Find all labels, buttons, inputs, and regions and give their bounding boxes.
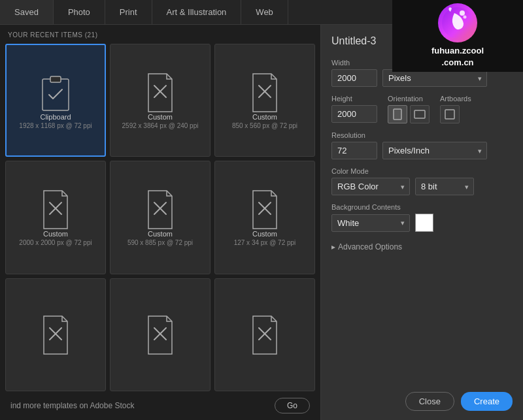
list-item[interactable]: Custom 127 x 34 px @ 72 ppi bbox=[214, 161, 315, 274]
stock-link-text: ind more templates on Adobe Stock bbox=[10, 401, 269, 410]
advanced-options-toggle[interactable]: ▸ Advanced Options bbox=[331, 242, 513, 251]
height-label: Height bbox=[331, 95, 377, 103]
bottom-bar: ind more templates on Adobe Stock Go bbox=[5, 391, 315, 420]
list-item[interactable]: Custom 850 x 560 px @ 72 ppi bbox=[214, 44, 315, 157]
tab-web[interactable]: Web bbox=[241, 0, 288, 24]
item-label: Clipboard bbox=[40, 113, 71, 121]
watermark: fuhuan.zcool.com.cn bbox=[392, 25, 523, 72]
right-panel: fuhuan.zcool.com.cn Untitled-3 📥 Width P… bbox=[320, 25, 523, 420]
color-mode-wrapper: RGB Color CMYK Color Grayscale bbox=[331, 178, 410, 195]
bg-contents-label: Background Contents bbox=[331, 203, 513, 211]
height-input[interactable] bbox=[331, 105, 377, 123]
color-mode-row: RGB Color CMYK Color Grayscale 8 bit 16 … bbox=[331, 178, 513, 195]
color-mode-group: Color Mode RGB Color CMYK Color Grayscal… bbox=[331, 167, 513, 195]
svg-rect-0 bbox=[42, 79, 69, 110]
bg-contents-group: Background Contents White Black Backgrou… bbox=[331, 203, 513, 232]
resolution-label: Resolution bbox=[331, 131, 513, 139]
artboards-group: Artboards bbox=[440, 95, 471, 123]
item-label: Custom bbox=[148, 113, 173, 121]
chevron-right-icon: ▸ bbox=[331, 242, 335, 251]
logo-svg bbox=[441, 25, 474, 39]
tab-art[interactable]: Art & Illustration bbox=[152, 0, 242, 24]
close-button[interactable]: Close bbox=[405, 392, 454, 411]
item-sublabel: 850 x 560 px @ 72 ppi bbox=[232, 122, 297, 129]
item-sublabel: 590 x 885 px @ 72 ppi bbox=[127, 239, 193, 246]
portrait-orientation-button[interactable] bbox=[388, 105, 407, 123]
resolution-input[interactable] bbox=[331, 142, 377, 159]
recent-label: YOUR RECENT ITEMS (21) bbox=[5, 31, 315, 39]
recent-items-grid: Clipboard 1928 x 1168 px @ 72 ppi Custom… bbox=[5, 44, 315, 391]
landscape-icon bbox=[414, 109, 426, 120]
clipboard-icon bbox=[39, 73, 73, 113]
resolution-row: Pixels/Inch Pixels/Centimeter bbox=[331, 142, 513, 159]
document-icon bbox=[39, 189, 73, 230]
list-item[interactable]: Custom 2592 x 3864 px @ 240 ppi bbox=[110, 44, 211, 157]
list-item[interactable] bbox=[5, 278, 106, 391]
svg-rect-1 bbox=[50, 76, 61, 82]
bit-depth-wrapper: 8 bit 16 bit 32 bit bbox=[415, 178, 474, 195]
height-orientation-row: Height Orientation bbox=[331, 95, 513, 123]
document-icon bbox=[248, 73, 282, 113]
height-group: Height bbox=[331, 95, 377, 123]
advanced-options-label: Advanced Options bbox=[338, 242, 402, 251]
artboard-icon bbox=[445, 109, 455, 120]
document-icon bbox=[248, 189, 282, 230]
orientation-group: Orientation bbox=[388, 95, 430, 123]
item-sublabel: 127 x 34 px @ 72 ppi bbox=[234, 239, 296, 246]
item-label: Custom bbox=[148, 230, 173, 238]
color-mode-label: Color Mode bbox=[331, 167, 513, 175]
tab-print[interactable]: Print bbox=[105, 0, 152, 24]
width-unit-wrapper: Pixels Inches Centimeters bbox=[382, 69, 487, 87]
resolution-unit-select[interactable]: Pixels/Inch Pixels/Centimeter bbox=[382, 142, 487, 159]
bg-contents-wrapper: White Black Background Color Transparent… bbox=[331, 214, 410, 232]
item-sublabel: 2000 x 2000 px @ 72 ppi bbox=[19, 239, 92, 246]
bg-contents-select[interactable]: White Black Background Color Transparent… bbox=[331, 214, 410, 232]
watermark-text: fuhuan.zcool.com.cn bbox=[431, 45, 484, 69]
resolution-group: Resolution Pixels/Inch Pixels/Centimeter bbox=[331, 131, 513, 159]
panel-title: Untitled-3 bbox=[331, 35, 376, 47]
resolution-unit-wrapper: Pixels/Inch Pixels/Centimeter bbox=[382, 142, 487, 159]
svg-rect-22 bbox=[414, 110, 425, 118]
orientation-buttons bbox=[388, 105, 430, 123]
item-sublabel: 1928 x 1168 px @ 72 ppi bbox=[19, 122, 92, 129]
svg-rect-21 bbox=[394, 109, 401, 120]
document-icon bbox=[143, 315, 177, 355]
portrait-icon bbox=[392, 108, 403, 120]
document-icon bbox=[143, 73, 177, 113]
svg-rect-23 bbox=[445, 110, 454, 119]
list-item[interactable] bbox=[214, 278, 315, 391]
bit-depth-select[interactable]: 8 bit 16 bit 32 bit bbox=[415, 178, 474, 195]
width-unit-select[interactable]: Pixels Inches Centimeters bbox=[382, 69, 487, 87]
document-icon bbox=[39, 315, 73, 355]
item-label: Custom bbox=[43, 230, 68, 238]
tab-saved[interactable]: Saved bbox=[0, 0, 54, 24]
left-panel: YOUR RECENT ITEMS (21) Clipboard 1928 x … bbox=[0, 25, 320, 420]
item-label: Custom bbox=[252, 230, 277, 238]
landscape-orientation-button[interactable] bbox=[410, 105, 430, 123]
document-icon bbox=[143, 189, 177, 230]
bg-color-swatch[interactable] bbox=[415, 214, 433, 232]
create-button[interactable]: Create bbox=[461, 392, 513, 411]
color-mode-select[interactable]: RGB Color CMYK Color Grayscale bbox=[331, 178, 410, 195]
list-item[interactable] bbox=[110, 278, 211, 391]
document-icon bbox=[248, 315, 282, 355]
list-item[interactable]: Clipboard 1928 x 1168 px @ 72 ppi bbox=[5, 44, 106, 157]
tab-photo[interactable]: Photo bbox=[54, 0, 105, 24]
artboards-toggle-button[interactable] bbox=[440, 105, 460, 123]
artboards-label: Artboards bbox=[440, 95, 471, 103]
item-sublabel: 2592 x 3864 px @ 240 ppi bbox=[122, 122, 199, 129]
watermark-logo bbox=[438, 25, 477, 42]
width-row: Pixels Inches Centimeters bbox=[331, 69, 513, 87]
main-area: YOUR RECENT ITEMS (21) Clipboard 1928 x … bbox=[0, 25, 523, 420]
width-input[interactable] bbox=[331, 69, 377, 87]
list-item[interactable]: Custom 2000 x 2000 px @ 72 ppi bbox=[5, 161, 106, 274]
go-button[interactable]: Go bbox=[275, 398, 310, 413]
bg-contents-row: White Black Background Color Transparent… bbox=[331, 214, 513, 232]
panel-footer: Close Create bbox=[331, 381, 513, 411]
list-item[interactable]: Custom 590 x 885 px @ 72 ppi bbox=[110, 161, 211, 274]
item-label: Custom bbox=[252, 113, 277, 121]
orientation-label: Orientation bbox=[388, 95, 430, 103]
